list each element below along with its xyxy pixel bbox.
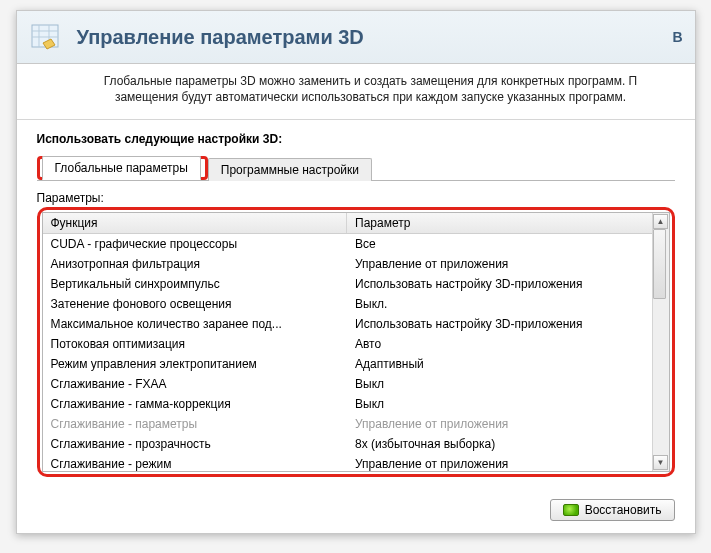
restore-button-label: Восстановить — [585, 503, 662, 517]
row-parameter: Выкл — [347, 374, 652, 394]
row-parameter: Выкл. — [347, 294, 652, 314]
vertical-scrollbar[interactable]: ▲ ▼ — [652, 213, 669, 471]
scroll-up-button[interactable]: ▲ — [653, 214, 668, 229]
row-function: Анизотропная фильтрация — [43, 254, 348, 274]
row-parameter: Выкл — [347, 394, 652, 414]
settings-section: Использовать следующие настройки 3D: Гло… — [17, 120, 695, 491]
table-row[interactable]: Сглаживание - гамма-коррекцияВыкл — [43, 394, 652, 414]
row-function: Максимальное количество заранее под... — [43, 314, 348, 334]
row-parameter: Управление от приложения — [347, 414, 652, 434]
tab-global-settings[interactable]: Глобальные параметры — [42, 156, 201, 180]
tab-bar: Глобальные параметры Программные настрой… — [37, 156, 675, 181]
row-function: Сглаживание - параметры — [43, 414, 348, 434]
row-function: Потоковая оптимизация — [43, 334, 348, 354]
table-row[interactable]: CUDA - графические процессорыВсе — [43, 234, 652, 254]
tab-highlight-ring: Глобальные параметры — [37, 156, 208, 180]
row-function: CUDA - графические процессоры — [43, 234, 348, 254]
row-parameter: Использовать настройку 3D-приложения — [347, 274, 652, 294]
table-row[interactable]: Сглаживание - режимУправление от приложе… — [43, 454, 652, 471]
scroll-track[interactable] — [653, 229, 668, 455]
parameters-listbox[interactable]: Функция Параметр CUDA - графические проц… — [42, 212, 670, 472]
table-row[interactable]: Максимальное количество заранее под...Ис… — [43, 314, 652, 334]
tab-program-settings[interactable]: Программные настройки — [208, 158, 372, 181]
row-parameter: 8x (избыточная выборка) — [347, 434, 652, 454]
table-row[interactable]: Режим управления электропитаниемАдаптивн… — [43, 354, 652, 374]
row-function: Сглаживание - прозрачность — [43, 434, 348, 454]
nvidia-icon — [563, 504, 579, 516]
section-label: Использовать следующие настройки 3D: — [37, 132, 675, 146]
row-function: Вертикальный синхроимпульс — [43, 274, 348, 294]
footer-row: Восстановить — [17, 491, 695, 533]
row-function: Сглаживание - гамма-коррекция — [43, 394, 348, 414]
table-row[interactable]: Затенение фонового освещенияВыкл. — [43, 294, 652, 314]
row-parameter: Все — [347, 234, 652, 254]
column-function[interactable]: Функция — [43, 213, 348, 233]
list-header: Функция Параметр — [43, 213, 652, 234]
row-function: Сглаживание - режим — [43, 454, 348, 471]
list-highlight-ring: Функция Параметр CUDA - графические проц… — [37, 207, 675, 477]
table-row[interactable]: Сглаживание - FXAAВыкл — [43, 374, 652, 394]
table-row[interactable]: Анизотропная фильтрацияУправление от при… — [43, 254, 652, 274]
header-3d-icon — [29, 19, 65, 55]
column-parameter[interactable]: Параметр — [347, 213, 652, 233]
row-parameter: Управление от приложения — [347, 254, 652, 274]
parameters-label: Параметры: — [37, 191, 675, 205]
table-row[interactable]: Сглаживание - параметрыУправление от при… — [43, 414, 652, 434]
row-parameter: Управление от приложения — [347, 454, 652, 471]
row-parameter: Использовать настройку 3D-приложения — [347, 314, 652, 334]
row-function: Затенение фонового освещения — [43, 294, 348, 314]
settings-window: Управление параметрами 3D В Глобальные п… — [16, 10, 696, 534]
row-function: Сглаживание - FXAA — [43, 374, 348, 394]
table-row[interactable]: Вертикальный синхроимпульсИспользовать н… — [43, 274, 652, 294]
page-title: Управление параметрами 3D — [77, 26, 364, 49]
scroll-thumb[interactable] — [653, 229, 666, 299]
table-row[interactable]: Сглаживание - прозрачность8x (избыточная… — [43, 434, 652, 454]
row-function: Режим управления электропитанием — [43, 354, 348, 374]
row-parameter: Авто — [347, 334, 652, 354]
row-parameter: Адаптивный — [347, 354, 652, 374]
scroll-down-button[interactable]: ▼ — [653, 455, 668, 470]
restore-button[interactable]: Восстановить — [550, 499, 675, 521]
window-header: Управление параметрами 3D В — [17, 11, 695, 64]
header-right-char: В — [672, 29, 682, 45]
description-text: Глобальные параметры 3D можно заменить и… — [17, 64, 695, 120]
table-row[interactable]: Потоковая оптимизацияАвто — [43, 334, 652, 354]
